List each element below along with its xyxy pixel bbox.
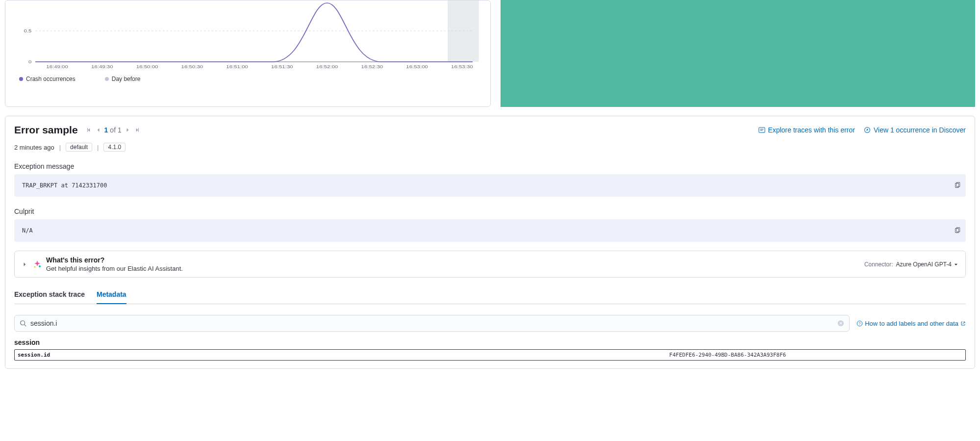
right-green-panel [501,0,976,107]
svg-line-23 [25,325,26,327]
timestamp: 2 minutes ago [14,144,54,151]
section-title: Error sample [14,124,78,136]
connector-label: Connector: [864,261,893,268]
svg-text:16:50:00: 16:50:00 [136,64,158,69]
sparkle-icon [33,260,41,268]
legend-dot-icon [19,77,23,81]
connector-select[interactable]: Azure OpenAI GPT-4 [896,261,958,268]
culprit-value: N/A [22,227,33,234]
compass-icon [864,127,871,133]
copy-icon [954,227,961,234]
copy-exception-button[interactable] [954,182,961,189]
howto-add-labels-link[interactable]: ? How to add labels and other data [856,320,966,327]
chevron-right-icon [125,127,130,133]
pager-prev-button[interactable] [95,126,102,134]
chart-svg: 0 0.5 16:49:00 16:49:30 16:50:00 16:50:3… [10,0,485,72]
svg-point-22 [21,321,25,325]
svg-text:16:51:30: 16:51:30 [271,64,293,69]
legend-label: Day before [112,76,141,82]
external-link-icon [960,321,966,326]
y-tick-0: 0 [28,59,32,64]
chevron-left-icon [96,127,101,133]
svg-text:16:51:00: 16:51:00 [226,64,248,69]
crash-occurrences-chart: 0 0.5 16:49:00 16:49:30 16:50:00 16:50:3… [5,0,491,107]
pager-next-button[interactable] [124,126,131,134]
tab-exception-stack-trace[interactable]: Exception stack trace [14,285,85,304]
svg-text:16:52:30: 16:52:30 [361,64,383,69]
chevron-down-icon [954,262,958,267]
pager-current: 1 [104,126,108,134]
metadata-group-title: session [14,338,966,346]
chart-legend: Crash occurrences Day before [10,72,485,86]
legend-item-crash[interactable]: Crash occurrences [19,76,75,82]
ai-assistant-callout[interactable]: What's this error? Get helpful insights … [14,251,966,278]
legend-dot-icon [105,77,109,81]
svg-text:16:53:30: 16:53:30 [451,64,473,69]
help-icon: ? [856,320,863,327]
exception-message-value: TRAP_BRKPT at 7142331700 [22,182,107,189]
svg-text:16:49:30: 16:49:30 [91,64,113,69]
copy-icon [954,182,961,189]
detail-tabs: Exception stack trace Metadata [14,285,966,304]
exception-message-label: Exception message [14,162,966,170]
svg-text:16:53:00: 16:53:00 [406,64,428,69]
traces-icon [758,127,765,133]
y-tick-1: 0.5 [24,28,31,33]
metadata-search-input[interactable] [30,319,833,327]
culprit-label: Culprit [14,208,966,215]
tab-metadata[interactable]: Metadata [97,285,126,304]
metadata-key: session.id [15,350,490,360]
pager-first-button[interactable] [85,126,93,134]
view-discover-link[interactable]: View 1 occurrence in Discover [864,126,966,134]
metadata-value: F4FEDFE6-2940-49BD-BA86-342A3A93F8F6 [490,350,966,360]
pager-of: of [110,126,116,134]
svg-text:?: ? [859,321,861,325]
svg-text:16:52:00: 16:52:00 [316,64,338,69]
svg-point-21 [34,266,36,267]
svg-point-20 [39,265,41,267]
culprit-box: N/A [14,219,966,242]
metadata-search-box[interactable] [14,315,850,332]
series-crash-occurrences [35,3,473,62]
pager-total: 1 [118,126,122,134]
env-badge: default [66,143,92,152]
error-sample-panel: Error sample 1 of 1 Explore traces with … [5,116,975,369]
svg-text:16:49:00: 16:49:00 [46,64,68,69]
clear-search-button[interactable] [837,320,844,327]
expand-callout-button[interactable] [22,261,27,267]
metadata-row[interactable]: session.id F4FEDFE6-2940-49BD-BA86-342A3… [14,349,966,361]
search-icon [20,320,26,327]
svg-rect-12 [758,128,764,133]
copy-culprit-button[interactable] [954,227,961,234]
chevron-last-icon [134,127,140,133]
svg-text:16:50:30: 16:50:30 [181,64,203,69]
chevron-right-icon [22,261,27,267]
pager: 1 of 1 [85,126,141,134]
callout-subtitle: Get helpful insights from our Elastic AI… [46,265,859,272]
legend-label: Crash occurrences [26,76,75,82]
version-badge: 4.1.0 [103,143,126,152]
legend-item-daybefore[interactable]: Day before [105,76,141,82]
pager-last-button[interactable] [133,126,141,134]
close-circle-icon [837,320,844,327]
callout-title: What's this error? [46,256,859,264]
explore-traces-link[interactable]: Explore traces with this error [758,126,855,134]
chevron-first-icon [86,127,92,133]
exception-message-box: TRAP_BRKPT at 7142331700 [14,174,966,197]
